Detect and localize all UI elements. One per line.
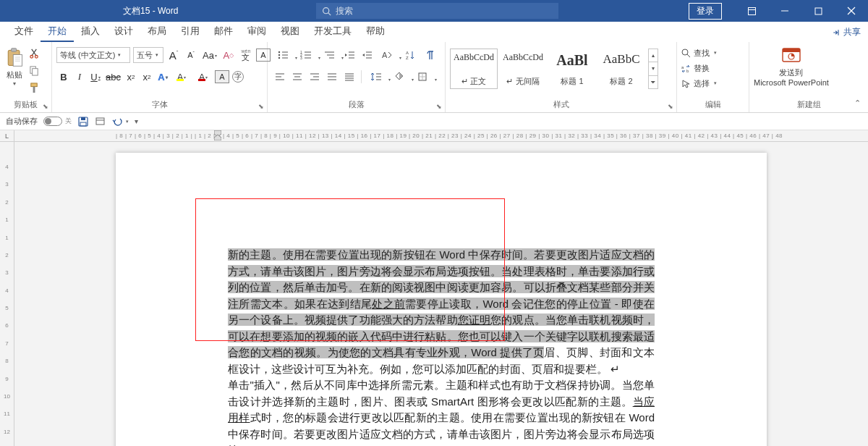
select-button[interactable]: 选择▾ <box>681 77 717 90</box>
tab-home[interactable]: 开始 <box>41 21 74 42</box>
svg-rect-75 <box>80 122 86 126</box>
align-center-button[interactable] <box>289 69 305 85</box>
strikethrough-button[interactable]: abc <box>104 69 122 85</box>
save-button[interactable] <box>77 116 89 127</box>
line-spacing-button[interactable]: ▾ <box>365 69 387 85</box>
phonetic-guide-button[interactable]: wén文 <box>239 47 253 63</box>
paragraph-launcher[interactable]: ⬊ <box>435 102 443 111</box>
svg-text:b: b <box>686 69 689 73</box>
search-box[interactable]: 搜索 <box>316 3 558 19</box>
clipboard-launcher[interactable]: ⬊ <box>41 102 50 111</box>
borders-icon <box>417 72 427 82</box>
copy-button[interactable] <box>27 64 41 77</box>
minimize-button[interactable] <box>768 0 801 22</box>
maximize-button[interactable] <box>801 0 835 22</box>
tab-review[interactable]: 审阅 <box>240 21 273 42</box>
align-left-button[interactable] <box>272 69 288 85</box>
italic-button[interactable]: I <box>72 69 87 85</box>
svg-point-24 <box>278 57 280 59</box>
document-text[interactable]: 新的主题。使用在需要位置出现的新按钮在 Word 中保存时间。若要更改图片适应文… <box>228 247 655 446</box>
customize-qa-button[interactable]: ▾ <box>135 117 138 125</box>
share-button[interactable]: 共享 <box>832 22 861 42</box>
enclose-char-button[interactable]: 字 <box>231 69 245 85</box>
svg-rect-17 <box>32 68 38 75</box>
font-color-button[interactable]: A▾ <box>193 69 213 85</box>
styles-gallery-nav[interactable]: ▴▾⏷ <box>648 49 658 89</box>
text-effects-button[interactable]: A▾ <box>156 69 170 85</box>
bullets-button[interactable]: ▾ <box>272 47 294 63</box>
font-size-dropdown[interactable]: 五号▾ <box>133 47 163 63</box>
qa-extra-button[interactable] <box>95 116 106 127</box>
tab-layout[interactable]: 布局 <box>140 21 174 42</box>
style-heading1[interactable]: AaBl标题 1 <box>548 49 596 89</box>
align-right-icon <box>309 72 320 82</box>
increase-indent-button[interactable] <box>359 47 375 63</box>
replace-button[interactable]: ab替换 <box>681 62 717 75</box>
align-left-icon <box>274 72 286 82</box>
tab-design[interactable]: 设计 <box>107 21 140 42</box>
underline-button[interactable]: U▾ <box>88 69 103 85</box>
font-launcher[interactable]: ⬊ <box>257 102 265 111</box>
shrink-font-button[interactable]: Aˇ <box>184 47 198 63</box>
tab-file[interactable]: 文件 <box>7 21 41 42</box>
shading-button[interactable]: ▾ <box>388 69 410 85</box>
paste-button[interactable]: 粘贴 ▾ <box>4 43 25 87</box>
style-heading2[interactable]: AaBbC标题 2 <box>597 49 645 89</box>
sort-button[interactable]: AZ <box>399 47 421 63</box>
svg-text:a: a <box>681 65 684 70</box>
decrease-indent-button[interactable] <box>341 47 357 63</box>
tab-references[interactable]: 引用 <box>174 21 207 42</box>
tab-mailings[interactable]: 邮件 <box>207 21 240 42</box>
tab-help[interactable]: 帮助 <box>359 21 392 42</box>
numbering-button[interactable]: 123▾ <box>295 47 317 63</box>
change-case-button[interactable]: Aa▾ <box>201 47 218 63</box>
share-icon <box>832 28 841 37</box>
window-icon <box>95 116 106 127</box>
tab-view[interactable]: 视图 <box>273 21 307 42</box>
horizontal-ruler[interactable]: L | 8 | 7 | 6 | 5 | 4 | 3 | 2 | 1 | | 1 … <box>0 130 868 142</box>
close-button[interactable] <box>835 0 868 22</box>
bold-button[interactable]: B <box>56 69 71 85</box>
ribbon-display-button[interactable] <box>735 0 768 22</box>
undo-button[interactable]: ▾ <box>111 116 129 127</box>
cut-icon <box>29 48 40 59</box>
format-painter-button[interactable] <box>27 81 41 94</box>
char-shading-button[interactable]: A <box>215 70 229 83</box>
increase-indent-icon <box>361 50 373 60</box>
clear-formatting-button[interactable]: A◇ <box>221 47 236 63</box>
borders-button[interactable]: ▾ <box>412 69 433 85</box>
style-normal[interactable]: AaBbCcDd↵ 正文 <box>450 49 498 89</box>
svg-rect-76 <box>96 118 104 125</box>
sort-icon: AZ <box>405 50 415 60</box>
style-no-spacing[interactable]: AaBbCcDd↵ 无间隔 <box>499 49 547 89</box>
align-distribute-button[interactable] <box>341 69 357 85</box>
autosave-state: 关 <box>65 117 72 126</box>
tab-developer[interactable]: 开发工具 <box>307 21 359 42</box>
document-scroll[interactable]: 新的主题。使用在需要位置出现的新按钮在 Word 中保存时间。若要更改图片适应文… <box>14 142 868 446</box>
tab-insert[interactable]: 插入 <box>74 21 107 42</box>
asian-layout-button[interactable]: A▾ <box>376 47 398 63</box>
send-to-powerpoint-button[interactable]: 发送到 Microsoft PowerPoint <box>754 43 829 87</box>
shading-icon <box>394 72 404 82</box>
superscript-button[interactable]: x2 <box>140 69 154 85</box>
align-justify-button[interactable] <box>324 69 340 85</box>
subscript-button[interactable]: x2 <box>124 69 138 85</box>
cut-button[interactable] <box>27 46 41 59</box>
align-right-button[interactable] <box>307 69 323 85</box>
find-button[interactable]: 查找▾ <box>681 46 717 59</box>
font-name-dropdown[interactable]: 等线 (中文正文)▾ <box>56 47 130 63</box>
styles-launcher[interactable]: ⬊ <box>666 102 675 111</box>
format-painter-icon <box>29 83 40 93</box>
autosave-toggle[interactable] <box>43 117 62 126</box>
collapse-ribbon-button[interactable]: ⌃ <box>854 98 861 108</box>
tab-selector[interactable]: L <box>0 130 14 141</box>
menu-bar: 文件 开始 插入 设计 布局 引用 邮件 审阅 视图 开发工具 帮助 共享 <box>0 22 868 42</box>
vertical-ruler[interactable]: 4321123456789101112 <box>0 142 14 446</box>
grow-font-button[interactable]: Aˆ <box>166 47 181 63</box>
highlight-button[interactable]: A▾ <box>171 69 192 85</box>
multilevel-button[interactable]: ▾ <box>318 47 340 63</box>
indent-marker-icon[interactable] <box>214 130 221 140</box>
svg-point-0 <box>323 7 329 13</box>
show-marks-button[interactable] <box>422 47 438 63</box>
signin-button[interactable]: 登录 <box>689 3 722 20</box>
